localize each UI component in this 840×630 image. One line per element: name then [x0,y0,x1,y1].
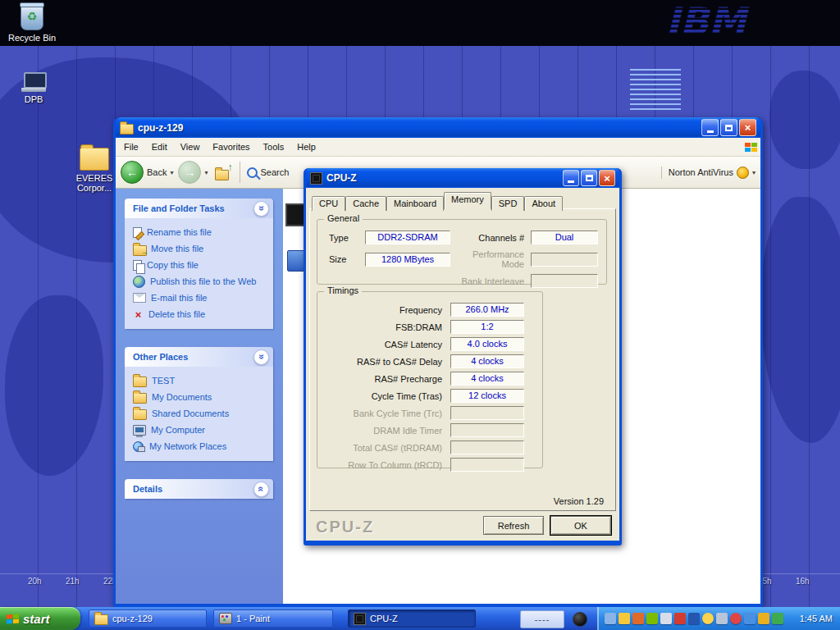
norton-label: Norton AntiVirus [669,167,733,177]
computer-icon [133,425,146,436]
chevron-up-icon[interactable]: « [253,201,269,217]
start-button[interactable]: start [0,607,80,630]
timing-value [450,423,524,437]
forward-icon: → [178,161,201,184]
desktop-icon-recycle-bin[interactable]: Recycle Bin [5,4,59,43]
ok-button[interactable]: OK [550,516,611,535]
menu-help[interactable]: Help [290,139,322,154]
tab-about[interactable]: About [524,196,563,211]
web-publish-icon [133,276,145,288]
back-icon: ← [121,161,144,184]
forward-button[interactable]: → ▾ [178,161,208,184]
tray-icon[interactable] [758,613,769,624]
task-publish-file[interactable]: Publish this file to the Web [133,273,268,290]
menu-file[interactable]: File [117,139,145,154]
timing-row: Total CAS# (tRDRAM) [317,441,542,454]
cpuz-dialog-body: CPU Cache Mainboard Memory SPD About Gen… [306,188,619,541]
minimize-button[interactable] [563,170,579,186]
type-label: Type [329,233,358,243]
timings-group-title: Timings [324,285,362,295]
timing-row: Row To Column (tRCD) [317,458,542,472]
folder-icon [215,170,229,180]
place-shared-documents[interactable]: Shared Documents [133,405,268,422]
forward-dropdown-icon[interactable]: ▾ [204,169,208,176]
tray-icon[interactable] [744,613,756,624]
channels-value: Dual [531,231,598,244]
taskbar-app-icon[interactable] [573,612,587,627]
timing-label: Cycle Time (Tras) [317,391,450,401]
taskbar-item-misc[interactable]: ---- [520,610,564,628]
task-rename-file[interactable]: Rename this file [133,224,268,240]
memory-tab-page: General Type DDR2-SDRAM Channels # Dual … [309,208,616,511]
timing-row: CAS# Latency 4.0 clocks [317,337,542,351]
norton-dropdown-icon[interactable]: ▾ [752,169,756,176]
chevron-down-icon[interactable]: « [253,482,269,497]
task-copy-file[interactable]: Copy this file [133,257,268,273]
tab-memory[interactable]: Memory [444,192,491,209]
task-group-title: Details [133,484,162,494]
menu-edit[interactable]: Edit [145,139,174,154]
back-button[interactable]: ← Back ▾ [121,161,173,184]
place-test[interactable]: TEST [133,372,268,389]
taskbar-item-cpuz[interactable]: CPU-Z [348,609,476,628]
minimize-button[interactable] [701,119,719,136]
refresh-button[interactable]: Refresh [483,516,544,535]
tray-icon[interactable] [619,613,630,624]
maximize-button[interactable] [581,170,597,186]
task-group-header[interactable]: Details « [125,479,273,499]
paint-icon [219,613,232,624]
ibm-logo: IBM [660,0,791,44]
timing-label: Row To Column (tRCD) [317,460,450,470]
up-button[interactable]: ↑ [213,163,233,181]
tray-icon[interactable] [632,613,644,624]
tray-icon[interactable] [660,613,672,624]
tray-icon[interactable] [772,613,783,624]
tray-icon[interactable] [605,613,616,624]
tray-icon[interactable] [674,613,686,624]
task-group-header[interactable]: File and Folder Tasks « [125,199,273,218]
timing-label: Frequency [317,305,450,315]
back-dropdown-icon[interactable]: ▾ [170,169,173,176]
place-my-documents[interactable]: My Documents [133,389,268,405]
menu-tools[interactable]: Tools [257,139,291,154]
channels-label: Channels # [457,233,524,243]
close-button[interactable]: × [739,119,756,136]
tray-icon[interactable] [730,613,742,624]
tab-mainboard[interactable]: Mainboard [386,196,444,211]
tab-spd[interactable]: SPD [491,196,525,211]
place-my-network-places[interactable]: My Network Places [133,438,268,454]
folder-icon [120,124,134,135]
tray-icon[interactable] [688,613,700,624]
tab-cpu[interactable]: CPU [312,196,345,211]
cpuz-titlebar[interactable]: CPU-Z × [306,168,619,188]
norton-antivirus-control[interactable]: Norton AntiVirus ▾ [661,167,756,179]
task-delete-file[interactable]: × Delete this file [133,306,268,322]
close-button[interactable]: × [599,170,615,186]
place-my-computer[interactable]: My Computer [133,422,268,438]
tray-icon[interactable] [702,613,714,624]
file-icon[interactable] [287,250,305,272]
tray-icon[interactable] [716,613,728,624]
timing-value: 266.0 MHz [450,303,524,317]
desktop: IBM 20h 21h 22h 15h 16h Recycle Bin DPB … [0,0,840,630]
copy-icon [133,260,142,271]
tab-cache[interactable]: Cache [345,196,386,211]
task-email-file[interactable]: E-mail this file [133,290,268,306]
taskbar-item-cpu-z-129[interactable]: cpu-z-129 [89,609,207,628]
start-label: start [23,612,50,626]
timing-row: FSB:DRAM 1:2 [317,320,542,334]
maximize-button[interactable] [720,119,737,136]
search-button[interactable]: Search [247,167,290,178]
desktop-icon-dpb[interactable]: DPB [7,72,61,104]
task-move-file[interactable]: → Move this file [133,240,268,257]
taskbar-item-paint[interactable]: 1 - Paint [213,609,333,628]
explorer-titlebar[interactable]: cpu-z-129 × [116,117,760,138]
tray-icon[interactable] [646,613,658,624]
menu-view[interactable]: View [174,139,207,154]
task-group-details: Details « [125,479,273,499]
taskbar-clock[interactable]: 1:45 AM [800,614,833,623]
menu-favorites[interactable]: Favorites [206,139,256,154]
chevron-up-icon[interactable]: « [253,349,269,365]
folder-icon [133,377,147,387]
task-group-header[interactable]: Other Places « [125,347,273,367]
